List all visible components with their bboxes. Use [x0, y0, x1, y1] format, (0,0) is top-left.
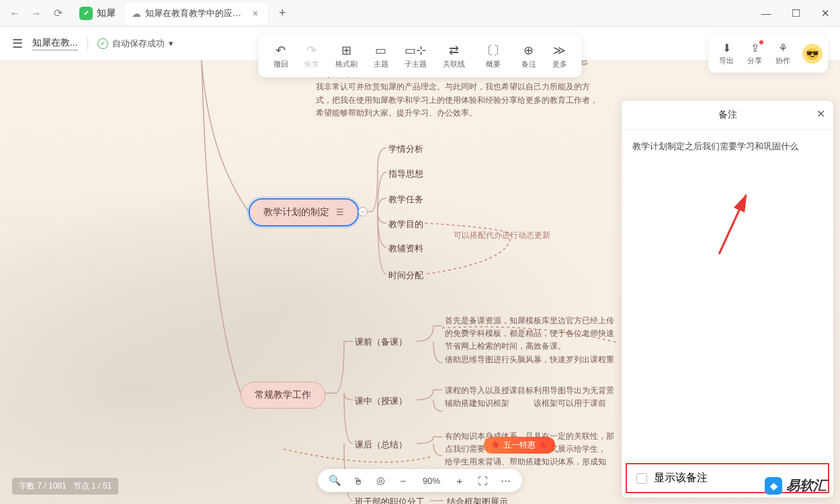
leaf-bottom-2[interactable]: 结合框架图展示	[447, 496, 508, 504]
tool-label: 关联线	[443, 59, 465, 69]
tool-更多[interactable]: ≫更多	[544, 39, 575, 73]
document-tab-title: 知犀在教育教学中的应用_副本	[145, 7, 246, 19]
fit-icon[interactable]: ⛶	[475, 473, 490, 488]
expand-handle[interactable]: −	[358, 207, 368, 216]
right-actions: ⬇导出⇪分享⚘协作😎	[708, 35, 828, 73]
zoom-in[interactable]: +	[452, 473, 467, 488]
tool-主题[interactable]: ▭主题	[366, 39, 396, 73]
tool-label: 更多	[552, 59, 567, 69]
action-label: 分享	[747, 56, 762, 66]
window-maximize[interactable]: ☐	[781, 0, 810, 27]
autosave-label: 自动保存成功	[112, 38, 165, 50]
action-协作[interactable]: ⚘协作	[770, 39, 796, 69]
tool-关联线[interactable]: ⇄关联线	[435, 39, 473, 73]
tool-icon: ⊞	[341, 43, 351, 58]
tool-icon: ⊕	[523, 43, 534, 58]
notes-content: 教学计划制定之后我们需要学习和巩固什么	[632, 141, 798, 151]
action-icon: ⚘	[778, 42, 788, 54]
show-note-checkbox[interactable]	[636, 473, 647, 484]
note-icon[interactable]: ☰	[336, 207, 344, 217]
leaf-routine-0[interactable]: 课前（备课）	[355, 336, 407, 348]
leaf-plan-1[interactable]: 指导思想	[388, 168, 423, 180]
action-label: 导出	[719, 56, 734, 66]
divider	[87, 38, 88, 50]
watermark-logo-icon: ◆	[765, 477, 782, 495]
tool-label: 概要	[486, 59, 501, 69]
tool-icon: ↶	[276, 43, 286, 58]
watermark-text: 易软汇	[786, 476, 827, 495]
leaf-routine-2[interactable]: 课后（总结）	[355, 439, 407, 451]
search-icon[interactable]: 🔍	[327, 473, 342, 488]
leaf-plan-5[interactable]: 时间分配	[388, 269, 423, 282]
leaf-plan-2[interactable]: 教学任务	[388, 194, 423, 206]
tool-格式刷[interactable]: ⊞格式刷	[327, 39, 366, 73]
tool-撤回[interactable]: ↶撤回	[265, 39, 296, 73]
document-name[interactable]: 知犀在教...	[32, 37, 78, 50]
promo-badge[interactable]: 🎈五一特惠🎈	[484, 437, 555, 454]
tool-icon: ↷	[306, 43, 317, 58]
app-tab[interactable]: ✓ 知犀	[73, 0, 122, 27]
window-minimize[interactable]: —	[751, 0, 781, 27]
tool-label: 备注	[521, 59, 536, 69]
annotation-arrow	[716, 190, 756, 257]
tool-恢复[interactable]: ↷恢复	[296, 39, 327, 73]
action-icon: ⬇	[722, 42, 731, 54]
node-routine-work[interactable]: 常规教学工作	[241, 382, 325, 409]
tool-子主题[interactable]: ▭⊹子主题	[396, 39, 435, 73]
node-label: 常规教学工作	[255, 389, 311, 400]
action-分享[interactable]: ⇪分享	[742, 39, 767, 69]
watermark: ◆ 易软汇	[765, 476, 827, 495]
main-toolbar: ↶撤回↷恢复⊞格式刷▭主题▭⊹子主题⇄关联线〔〕概要⊕备注≫更多	[259, 35, 582, 77]
mouse-icon[interactable]: 🖱	[350, 473, 365, 488]
tool-icon: ⇄	[449, 43, 459, 58]
node-label: 教学计划的制定	[263, 206, 329, 217]
autosave-status[interactable]: ✓ 自动保存成功 ▾	[97, 38, 173, 50]
target-icon[interactable]: ◎	[373, 473, 388, 488]
tool-label: 子主题	[405, 59, 427, 69]
tool-icon: ▭⊹	[405, 43, 426, 58]
annotation-plan: 可以搭配代办进行动态更新	[454, 230, 550, 241]
zoom-level[interactable]: 90%	[419, 476, 444, 486]
tool-icon: ≫	[553, 43, 566, 58]
new-tab-button[interactable]: +	[273, 4, 292, 23]
leaf-plan-3[interactable]: 教学目的	[388, 218, 423, 230]
tool-icon: 〔〕	[481, 43, 505, 58]
user-avatar[interactable]: 😎	[802, 44, 823, 64]
notes-panel: 备注 ✕ 教学计划制定之后我们需要学习和巩固什么 显示该备注	[622, 101, 833, 497]
more-icon[interactable]: ⋯	[498, 473, 513, 488]
dropdown-icon: ▾	[169, 38, 173, 48]
nav-reload[interactable]: ⟳	[48, 4, 67, 23]
tool-icon: ▭	[375, 43, 386, 58]
window-close[interactable]: ✕	[810, 0, 840, 27]
notes-body[interactable]: 教学计划制定之后我们需要学习和巩固什么	[622, 130, 833, 459]
tool-label: 格式刷	[335, 59, 358, 69]
action-导出[interactable]: ⬇导出	[714, 39, 739, 69]
menu-icon[interactable]: ☰	[12, 36, 23, 51]
leaf-plan-0[interactable]: 学情分析	[388, 143, 423, 155]
node-count: 节点 1 / 51	[73, 481, 112, 491]
tool-概要[interactable]: 〔〕概要	[473, 39, 513, 73]
document-tab[interactable]: ☁ 知犀在教育教学中的应用_副本 ×	[125, 3, 267, 24]
notification-dot	[759, 40, 763, 44]
leaf-plan-4[interactable]: 教辅资料	[388, 243, 423, 255]
action-icon: ⇪	[751, 42, 759, 54]
leaf-bottom-1[interactable]: 班干部的职位分工	[355, 496, 425, 504]
nav-forward[interactable]: →	[27, 4, 46, 23]
cloud-icon: ☁	[132, 8, 141, 19]
zoom-out[interactable]: −	[396, 473, 411, 488]
show-note-label: 显示该备注	[654, 471, 708, 485]
tool-label: 撤回	[274, 59, 288, 69]
tool-label: 恢复	[304, 59, 319, 69]
tool-备注[interactable]: ⊕备注	[513, 39, 544, 73]
titlebar: ← → ⟳ ✓ 知犀 ☁ 知犀在教育教学中的应用_副本 × + — ☐ ✕	[0, 0, 840, 27]
notes-close-icon[interactable]: ✕	[816, 108, 825, 120]
zoom-bar: 🔍 🖱 ◎ − 90% + ⛶ ⋯	[318, 469, 522, 492]
leaf-routine-1[interactable]: 课中（授课）	[355, 395, 407, 407]
tool-label: 主题	[374, 59, 388, 69]
node-teaching-plan[interactable]: 教学计划的制定 ☰	[249, 198, 359, 226]
check-icon: ✓	[97, 38, 108, 49]
notes-title: 备注	[718, 109, 737, 121]
nav-back[interactable]: ←	[5, 4, 24, 23]
tab-close-icon[interactable]: ×	[250, 8, 261, 19]
svg-line-0	[719, 196, 746, 254]
